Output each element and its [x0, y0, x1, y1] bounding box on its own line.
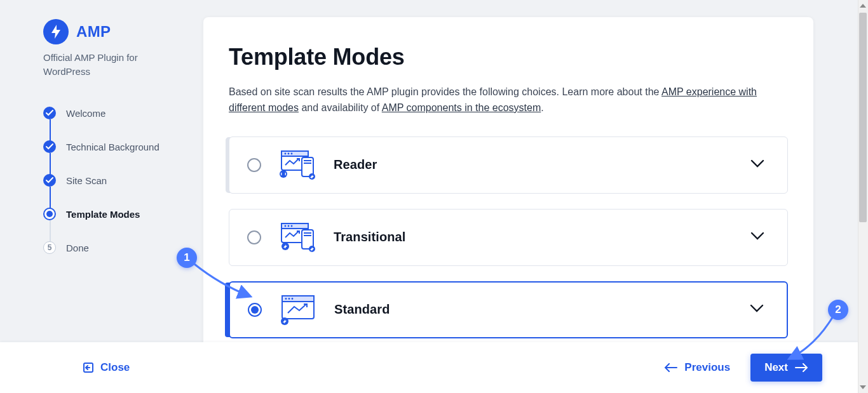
step-label: Site Scan: [66, 175, 107, 186]
radio-unchecked-icon[interactable]: [247, 158, 261, 172]
mode-name: Standard: [334, 302, 390, 317]
svg-point-13: [288, 225, 290, 227]
svg-point-22: [285, 298, 287, 300]
scroll-up-icon[interactable]: [860, 3, 866, 9]
mode-option-reader[interactable]: Reader: [229, 137, 788, 194]
radio-unchecked-icon[interactable]: [247, 230, 261, 244]
arrow-left-icon: [664, 363, 678, 372]
svg-point-14: [291, 225, 293, 227]
close-label: Close: [100, 361, 130, 374]
svg-point-8: [280, 170, 287, 178]
next-button[interactable]: Next: [750, 354, 822, 382]
mode-name: Transitional: [334, 230, 405, 244]
window-scrollbar[interactable]: [858, 0, 868, 393]
mode-option-transitional[interactable]: Transitional: [229, 209, 788, 266]
svg-rect-7: [304, 163, 311, 164]
standard-mode-icon: [278, 295, 318, 325]
check-icon: [43, 140, 56, 153]
chevron-down-icon[interactable]: [750, 159, 764, 171]
annotation-badge-2: 2: [828, 300, 848, 320]
step-label: Template Modes: [66, 209, 140, 220]
intro-text: Based on site scan results the AMP plugi…: [229, 84, 788, 116]
step-welcome[interactable]: Welcome: [43, 97, 183, 130]
pending-step-icon: 5: [43, 241, 56, 254]
brand-title: AMP: [76, 23, 111, 41]
exit-icon: [83, 362, 94, 373]
previous-button[interactable]: Previous: [664, 361, 730, 374]
svg-rect-17: [304, 235, 311, 236]
step-site-scan[interactable]: Site Scan: [43, 164, 183, 197]
step-label: Technical Background: [66, 142, 159, 152]
step-list: Welcome Technical Background Site Scan T…: [43, 97, 183, 265]
step-template-modes[interactable]: Template Modes: [43, 197, 183, 231]
chevron-down-icon[interactable]: [750, 304, 764, 316]
step-label: Done: [66, 243, 89, 253]
step-label: Welcome: [66, 108, 105, 119]
link-amp-components[interactable]: AMP components in the ecosystem: [382, 102, 541, 113]
svg-rect-21: [282, 296, 314, 302]
chevron-down-icon[interactable]: [750, 232, 764, 243]
svg-point-2: [285, 152, 287, 154]
previous-label: Previous: [684, 361, 730, 374]
arrow-right-icon: [794, 363, 808, 372]
transitional-mode-icon: [278, 222, 317, 253]
current-step-icon: [43, 208, 56, 220]
wizard-footer: Close Previous Next: [0, 342, 858, 393]
mode-name: Reader: [334, 157, 377, 172]
svg-point-24: [292, 298, 294, 300]
reader-mode-icon: [278, 150, 317, 180]
svg-rect-16: [304, 232, 311, 234]
main-panel: Template Modes Based on site scan result…: [203, 17, 813, 369]
svg-point-4: [291, 152, 293, 154]
scroll-down-icon[interactable]: [860, 384, 866, 390]
brand-subtitle: Official AMP Plugin for WordPress: [43, 51, 183, 79]
svg-point-12: [285, 225, 287, 227]
next-label: Next: [764, 361, 788, 374]
brand-block: AMP: [43, 19, 183, 44]
svg-rect-6: [304, 160, 311, 161]
svg-point-23: [288, 298, 290, 300]
svg-point-3: [288, 152, 290, 154]
page-title: Template Modes: [229, 44, 788, 70]
amp-logo-icon: [43, 19, 69, 44]
mode-option-standard[interactable]: Standard: [229, 281, 788, 338]
onboarding-sidebar: AMP Official AMP Plugin for WordPress We…: [43, 19, 183, 265]
check-icon: [43, 174, 56, 187]
check-icon: [43, 107, 56, 119]
step-technical-background[interactable]: Technical Background: [43, 130, 183, 164]
radio-checked-icon[interactable]: [248, 303, 262, 317]
step-done[interactable]: 5 Done: [43, 231, 183, 265]
annotation-badge-1: 1: [177, 248, 197, 268]
scroll-thumb[interactable]: [859, 13, 867, 222]
close-button[interactable]: Close: [83, 361, 130, 374]
